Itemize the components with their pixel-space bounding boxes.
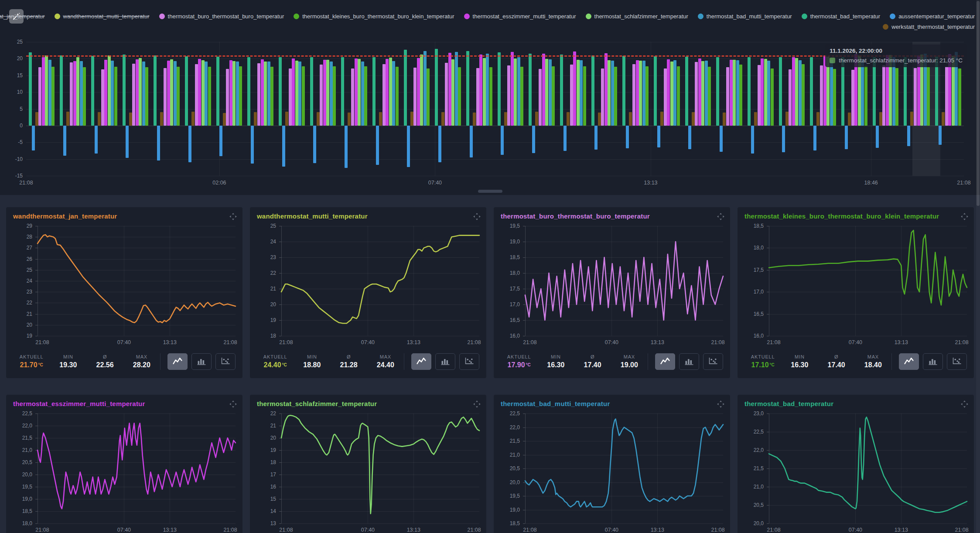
bar-thermostat_schlafzimmer_temperatur[interactable] xyxy=(139,58,142,126)
bar-thermostat_esszimmer_mutti_temperatur[interactable] xyxy=(386,59,389,126)
bar-aussentemperatur_temperatur[interactable] xyxy=(32,126,35,150)
bar-werkstatt_thermostat_temperatur[interactable] xyxy=(629,112,632,126)
bar-thermostat_buro_thermostat_buro_temperatur[interactable] xyxy=(758,65,761,126)
scrollbar[interactable] xyxy=(976,0,980,533)
bar-thermostat_kleines_buro_thermostat_buro_klein_temperatur[interactable] xyxy=(583,66,586,126)
drag-move-icon[interactable] xyxy=(473,400,481,410)
bar-thermostat_buro_thermostat_buro_temperatur[interactable] xyxy=(820,65,823,125)
bar-thermostat_bad_mutti_temperatur[interactable] xyxy=(924,54,927,126)
bar-thermostat_esszimmer_mutti_temperatur[interactable] xyxy=(448,53,451,126)
bar-werkstatt_thermostat_temperatur[interactable] xyxy=(879,112,882,126)
bar-thermostat_bad_mutti_temperatur[interactable] xyxy=(861,59,864,126)
bar-thermostat_bad_mutti_temperatur[interactable] xyxy=(736,60,739,126)
bar-thermostat_kleines_buro_thermostat_buro_klein_temperatur[interactable] xyxy=(51,67,55,126)
bar-werkstatt_thermostat_temperatur[interactable] xyxy=(785,112,789,125)
bar-thermostat_bad_mutti_temperatur[interactable] xyxy=(111,61,114,126)
bar-thermostat_schlafzimmer_temperatur[interactable] xyxy=(795,58,798,126)
legend-item[interactable]: thermostat_buro_thermostat_buro_temperat… xyxy=(159,13,284,20)
bar-thermostat_kleines_buro_thermostat_buro_klein_temperatur[interactable] xyxy=(489,67,492,126)
bar-thermostat_esszimmer_mutti_temperatur[interactable] xyxy=(167,61,170,126)
bar-thermostat_schlafzimmer_temperatur[interactable] xyxy=(920,55,923,126)
bar-thermostat_schlafzimmer_temperatur[interactable] xyxy=(201,60,205,126)
bar-thermostat_buro_thermostat_buro_temperatur[interactable] xyxy=(70,62,73,126)
bar-werkstatt_thermostat_temperatur[interactable] xyxy=(441,112,444,126)
bar-thermostat_bad_mutti_temperatur[interactable] xyxy=(361,62,364,126)
bar-thermostat_bad_temperatur[interactable] xyxy=(591,55,594,126)
bar-thermostat_bad_temperatur[interactable] xyxy=(622,56,625,126)
bar-thermostat_schlafzimmer_temperatur[interactable] xyxy=(577,60,580,126)
bar-thermostat_schlafzimmer_temperatur[interactable] xyxy=(889,55,892,126)
legend-item[interactable]: thermostat_kleines_buro_thermostat_buro_… xyxy=(294,13,454,20)
bar-thermostat_bad_mutti_temperatur[interactable] xyxy=(673,60,676,126)
bar-thermostat_bad_mutti_temperatur[interactable] xyxy=(486,54,489,126)
bar-thermostat_schlafzimmer_temperatur[interactable] xyxy=(420,55,423,126)
scatter-chart-button[interactable] xyxy=(947,353,967,370)
drag-move-icon[interactable] xyxy=(229,400,237,410)
bar-thermostat_kleines_buro_thermostat_buro_klein_temperatur[interactable] xyxy=(552,66,555,126)
legend-item[interactable]: thermostat_schlafzimmer_temperatur xyxy=(586,13,688,20)
bar-thermostat_esszimmer_mutti_temperatur[interactable] xyxy=(261,59,264,126)
drag-move-icon[interactable] xyxy=(473,212,481,222)
bar-werkstatt_thermostat_temperatur[interactable] xyxy=(816,112,820,126)
bar-werkstatt_thermostat_temperatur[interactable] xyxy=(504,112,507,126)
bar-thermostat_kleines_buro_thermostat_buro_klein_temperatur[interactable] xyxy=(458,67,461,126)
bar-aussentemperatur_temperatur[interactable] xyxy=(63,126,66,156)
bar-werkstatt_thermostat_temperatur[interactable] xyxy=(35,112,38,126)
bar-werkstatt_thermostat_temperatur[interactable] xyxy=(473,113,476,126)
bar-thermostat_buro_thermostat_buro_temperatur[interactable] xyxy=(789,69,792,126)
bar-thermostat_buro_thermostat_buro_temperatur[interactable] xyxy=(726,67,729,126)
bar-aussentemperatur_temperatur[interactable] xyxy=(438,126,441,162)
bar-thermostat_bad_mutti_temperatur[interactable] xyxy=(892,57,895,126)
bar-aussentemperatur_temperatur[interactable] xyxy=(594,126,598,150)
bar-thermostat_bad_temperatur[interactable] xyxy=(185,56,188,126)
bar-thermostat_bad_mutti_temperatur[interactable] xyxy=(80,61,83,126)
bar-thermostat_bad_temperatur[interactable] xyxy=(29,52,32,126)
bar-thermostat_kleines_buro_thermostat_buro_klein_temperatur[interactable] xyxy=(677,66,680,126)
bar-thermostat_bad_temperatur[interactable] xyxy=(435,49,438,126)
bar-werkstatt_thermostat_temperatur[interactable] xyxy=(910,112,913,125)
bar-thermostat_schlafzimmer_temperatur[interactable] xyxy=(514,58,517,126)
bar-thermostat_esszimmer_mutti_temperatur[interactable] xyxy=(917,55,920,125)
line-chart-button[interactable] xyxy=(411,353,431,370)
bar-thermostat_bad_temperatur[interactable] xyxy=(529,54,532,126)
bar-thermostat_bad_mutti_temperatur[interactable] xyxy=(455,52,458,126)
bar-thermostat_schlafzimmer_temperatur[interactable] xyxy=(264,62,267,126)
bar-thermostat_bad_temperatur[interactable] xyxy=(810,57,813,126)
bar-thermostat_schlafzimmer_temperatur[interactable] xyxy=(764,59,767,126)
bar-thermostat_esszimmer_mutti_temperatur[interactable] xyxy=(104,60,107,125)
bar-thermostat_schlafzimmer_temperatur[interactable] xyxy=(608,60,611,126)
bar-thermostat_bad_mutti_temperatur[interactable] xyxy=(830,60,833,125)
bar-thermostat_esszimmer_mutti_temperatur[interactable] xyxy=(667,59,670,126)
bar-thermostat_bad_mutti_temperatur[interactable] xyxy=(611,61,614,126)
legend-item[interactable]: thermostat_esszimmer_mutti_temperatur xyxy=(464,13,576,20)
bar-thermostat_kleines_buro_thermostat_buro_klein_temperatur[interactable] xyxy=(270,67,273,126)
bar-aussentemperatur_temperatur[interactable] xyxy=(501,126,504,155)
drag-move-icon[interactable] xyxy=(960,212,969,222)
bar-thermostat_bad_temperatur[interactable] xyxy=(654,56,657,126)
bar-werkstatt_thermostat_temperatur[interactable] xyxy=(98,112,101,126)
bar-thermostat_bad_mutti_temperatur[interactable] xyxy=(48,60,51,125)
legend-item[interactable]: werkstatt_thermostat_temperatur xyxy=(883,24,975,30)
bar-aussentemperatur_temperatur[interactable] xyxy=(345,126,348,168)
legend-item[interactable]: aussentemperatur_temperatur xyxy=(890,13,975,20)
line-chart-button[interactable] xyxy=(899,353,919,370)
bar-werkstatt_thermostat_temperatur[interactable] xyxy=(848,113,851,126)
bar-thermostat_kleines_buro_thermostat_buro_klein_temperatur[interactable] xyxy=(864,66,867,126)
bar-werkstatt_thermostat_temperatur[interactable] xyxy=(160,112,163,126)
bar-thermostat_bad_temperatur[interactable] xyxy=(466,51,469,126)
bar-thermostat_bad_temperatur[interactable] xyxy=(748,57,751,126)
bar-thermostat_bad_temperatur[interactable] xyxy=(279,57,282,126)
bar-thermostat_schlafzimmer_temperatur[interactable] xyxy=(826,57,830,126)
bar-thermostat_buro_thermostat_buro_temperatur[interactable] xyxy=(164,68,167,126)
bar-werkstatt_thermostat_temperatur[interactable] xyxy=(317,112,320,126)
scatter-chart-button[interactable] xyxy=(703,353,723,370)
bar-aussentemperatur_temperatur[interactable] xyxy=(219,126,222,157)
bar-chart-button[interactable] xyxy=(435,353,455,370)
bar-aussentemperatur_temperatur[interactable] xyxy=(282,126,285,167)
bar-thermostat_bad_temperatur[interactable] xyxy=(498,52,501,126)
bar-thermostat_kleines_buro_thermostat_buro_klein_temperatur[interactable] xyxy=(239,66,242,126)
bar-chart-button[interactable] xyxy=(923,353,943,370)
bar-thermostat_bad_temperatur[interactable] xyxy=(91,56,94,126)
bar-thermostat_bad_temperatur[interactable] xyxy=(310,57,313,126)
bar-aussentemperatur_temperatur[interactable] xyxy=(688,126,691,149)
